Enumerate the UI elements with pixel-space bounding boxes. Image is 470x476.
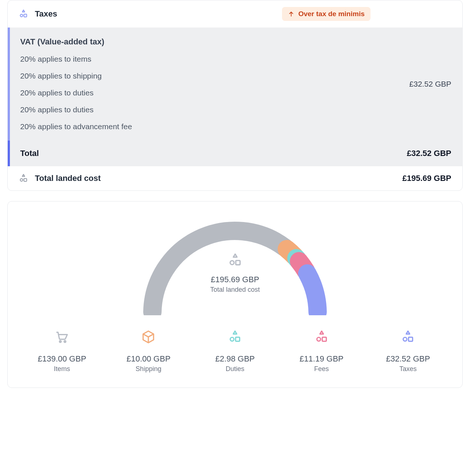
- box-icon: [141, 330, 155, 344]
- vat-line: 20% applies to shipping: [20, 72, 409, 80]
- breakdown-taxes: £32.52 GBP Taxes: [365, 330, 451, 373]
- shapes-icon: [19, 9, 28, 19]
- gauge-chart: £195.69 GBP Total landed cost: [125, 216, 345, 315]
- de-minimis-badge-text: Over tax de minimis: [298, 10, 365, 18]
- breakdown-taxes-amount: £32.52 GBP: [365, 354, 451, 364]
- vat-lines: VAT (Value-added tax) 20% applies to ite…: [20, 37, 409, 131]
- vat-subtotal: £32.52 GBP: [409, 80, 451, 88]
- svg-point-7: [64, 341, 65, 342]
- taxes-total-label: Total: [20, 149, 407, 158]
- vat-line: 20% applies to items: [20, 55, 409, 63]
- svg-point-6: [59, 341, 61, 342]
- vat-line: 20% applies to advancement fee: [20, 122, 409, 131]
- shapes-icon: [19, 174, 28, 183]
- gauge-amount: £195.69 GBP: [210, 275, 260, 284]
- svg-rect-5: [236, 261, 240, 265]
- svg-rect-11: [322, 337, 326, 341]
- taxes-body: VAT (Value-added tax) 20% applies to ite…: [8, 28, 462, 141]
- taxes-card: Taxes Over tax de minimis VAT (Value-add…: [7, 0, 463, 191]
- arrow-up-icon: [288, 11, 294, 17]
- shapes-icon: [228, 253, 242, 268]
- gauge-segment: [307, 273, 318, 312]
- breakdown-row: £139.00 GBP Items £10.00 GBP Shipping £2…: [19, 330, 451, 373]
- vat-line: 20% applies to duties: [20, 105, 409, 114]
- breakdown-duties-amount: £2.98 GBP: [192, 354, 278, 364]
- taxes-total-row: Total £32.52 GBP: [8, 141, 462, 166]
- breakdown-shipping-label: Shipping: [105, 365, 192, 373]
- breakdown-fees-label: Fees: [278, 365, 365, 373]
- breakdown-items-label: Items: [19, 365, 105, 373]
- svg-point-2: [20, 179, 23, 181]
- breakdown-fees-amount: £11.19 GBP: [278, 354, 365, 364]
- breakdown-card: £195.69 GBP Total landed cost £139.00 GB…: [7, 201, 463, 388]
- landed-cost-row: Total landed cost £195.69 GBP: [8, 166, 462, 190]
- gauge-sublabel: Total landed cost: [210, 286, 260, 294]
- svg-point-10: [317, 337, 321, 341]
- svg-rect-9: [236, 337, 240, 341]
- svg-rect-13: [409, 337, 413, 341]
- taxes-total-value: £32.52 GBP: [407, 149, 451, 158]
- taxes-header: Taxes Over tax de minimis: [8, 0, 462, 28]
- cart-icon: [55, 330, 69, 344]
- breakdown-fees: £11.19 GBP Fees: [278, 330, 365, 373]
- breakdown-items-amount: £139.00 GBP: [19, 354, 105, 364]
- breakdown-shipping: £10.00 GBP Shipping: [105, 330, 192, 373]
- taxes-title: Taxes: [35, 9, 57, 19]
- landed-cost-label: Total landed cost: [35, 174, 101, 183]
- de-minimis-badge: Over tax de minimis: [282, 7, 370, 21]
- vat-line: 20% applies to duties: [20, 88, 409, 97]
- shapes-icon: [228, 330, 242, 344]
- svg-point-8: [230, 337, 234, 341]
- breakdown-items: £139.00 GBP Items: [19, 330, 105, 373]
- svg-point-4: [230, 261, 234, 265]
- svg-rect-3: [24, 179, 27, 182]
- breakdown-taxes-label: Taxes: [365, 365, 451, 373]
- svg-rect-1: [24, 14, 27, 17]
- breakdown-duties-label: Duties: [192, 365, 278, 373]
- shapes-icon: [315, 330, 329, 344]
- gauge-center: £195.69 GBP Total landed cost: [210, 253, 260, 294]
- svg-point-12: [403, 337, 407, 341]
- svg-point-0: [20, 14, 23, 17]
- vat-heading: VAT (Value-added tax): [20, 37, 409, 47]
- breakdown-duties: £2.98 GBP Duties: [192, 330, 278, 373]
- breakdown-shipping-amount: £10.00 GBP: [105, 354, 192, 364]
- landed-cost-value: £195.69 GBP: [402, 174, 451, 183]
- shapes-icon: [401, 330, 415, 344]
